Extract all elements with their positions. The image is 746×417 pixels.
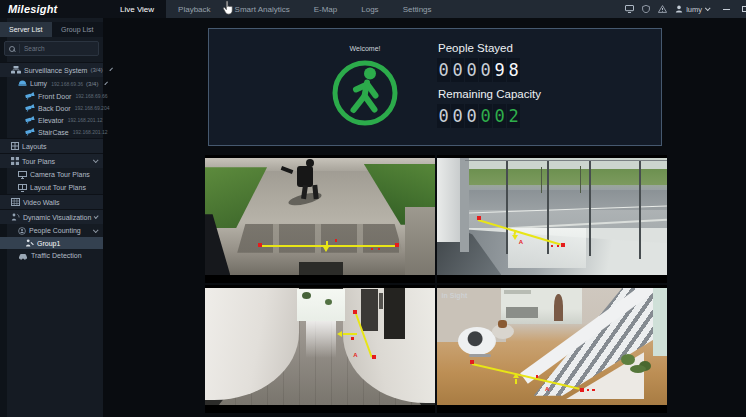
sidebar-tabs: Server List Group List xyxy=(0,22,103,37)
dashboard-icon-column: Welcome! xyxy=(329,45,401,129)
traffic-detection-icon xyxy=(18,252,28,260)
counter-digit: 0 xyxy=(451,104,464,128)
camera-icon xyxy=(25,92,35,100)
tree-trunk xyxy=(580,166,581,193)
glass-mullion xyxy=(639,160,641,258)
server-cluster-icon xyxy=(11,66,21,74)
monitor-icon[interactable] xyxy=(625,5,634,13)
video-tile-front-door[interactable] xyxy=(205,155,435,283)
topbar-right: lumy xyxy=(625,0,744,18)
mouse-cursor xyxy=(222,0,235,19)
pedestrian xyxy=(297,166,313,187)
walking-person-icon xyxy=(329,57,401,129)
tree-item-elevator[interactable]: Elevator 192.168.201.12 xyxy=(0,114,103,126)
lounge-chair xyxy=(458,327,496,355)
video-frame-corridor: A xyxy=(205,288,435,405)
line-marker xyxy=(351,337,354,340)
top-bar: Milesight Live View Playback Smart Analy… xyxy=(0,0,746,18)
direction-arrow-icon xyxy=(513,373,519,378)
door-dark xyxy=(384,288,405,339)
tree-item-layouts[interactable]: Layouts xyxy=(0,138,103,153)
counter-digit: 0 xyxy=(465,104,478,128)
picture-frame xyxy=(379,293,384,309)
tree-item-group1[interactable]: Group1 xyxy=(0,237,103,249)
video-tile-elevator[interactable]: A xyxy=(205,285,435,413)
direction-arrow-icon xyxy=(337,331,342,337)
tree-item-staircase[interactable]: StairCase 192.168.201.12 xyxy=(0,126,103,138)
search-box xyxy=(4,41,99,56)
glass-frame-top xyxy=(465,160,667,161)
counter xyxy=(506,307,538,319)
tree-item-lumy-nvr[interactable]: Lumy 192.168.69.36 (3/4) xyxy=(0,77,103,90)
plant xyxy=(302,292,311,299)
line-endpoint xyxy=(395,243,399,247)
counter-digit: 0 xyxy=(437,58,450,82)
user-menu[interactable]: lumy xyxy=(675,5,709,14)
ramp-right xyxy=(405,207,435,275)
floor-reflection xyxy=(306,321,336,358)
line-marker xyxy=(335,239,338,242)
plant xyxy=(325,299,332,305)
line-endpoint xyxy=(258,243,262,247)
search-input[interactable] xyxy=(19,44,94,53)
tree-item-front-door[interactable]: Front Door 192.168.69.66 xyxy=(0,90,103,102)
glass-mullion xyxy=(589,160,591,256)
direction-stem xyxy=(515,379,517,384)
remaining-capacity-counter: 0 0 0 0 0 2 xyxy=(437,104,541,128)
chevron-down-icon xyxy=(105,81,109,85)
tree-item-dynamic-visualization[interactable]: Dynamic Visualization xyxy=(0,209,103,224)
tree-item-people-counting[interactable]: People Counting xyxy=(0,224,103,237)
video-tile-back-door[interactable]: A xyxy=(437,155,667,283)
layouts-icon xyxy=(11,142,19,150)
video-frame-staircase: in Sight A xyxy=(437,288,667,405)
tree-item-back-door[interactable]: Back Door 192.168.69.204 xyxy=(0,102,103,114)
line-endpoint xyxy=(477,216,481,220)
counters: People Stayed 0 0 0 0 9 8 Remaining Capa… xyxy=(437,41,541,133)
main-nav: Live View Playback Smart Analytics E-Map… xyxy=(108,0,444,18)
minimize-button[interactable] xyxy=(723,9,730,10)
tab-settings[interactable]: Settings xyxy=(391,0,444,18)
video-tile-staircase[interactable]: in Sight A xyxy=(437,285,667,413)
tree-item-video-walls[interactable]: Video Walls xyxy=(0,194,103,209)
people-stayed-counter: 0 0 0 0 9 8 xyxy=(437,58,541,82)
chevron-down-icon xyxy=(705,5,711,11)
camera-watermark: in Sight xyxy=(442,292,468,299)
tree-item-traffic-detection[interactable]: Traffic Detection xyxy=(0,249,103,262)
group-icon xyxy=(25,239,34,247)
tab-playback[interactable]: Playback xyxy=(166,0,222,18)
door-mat xyxy=(299,262,343,275)
tab-live-view[interactable]: Live View xyxy=(108,0,166,18)
chevron-down-icon xyxy=(93,227,99,233)
glass-right xyxy=(653,288,667,356)
tab-group-list[interactable]: Group List xyxy=(52,22,104,37)
direction-arrow-icon xyxy=(323,247,329,252)
people-counting-icon xyxy=(18,227,26,235)
shelf xyxy=(504,290,532,294)
plant xyxy=(621,354,635,365)
tab-e-map[interactable]: E-Map xyxy=(302,0,350,18)
line-marker xyxy=(378,248,381,251)
direction-stem xyxy=(326,241,328,246)
tab-logs[interactable]: Logs xyxy=(349,0,390,18)
line-label: A xyxy=(519,239,523,245)
counter-digit: 0 xyxy=(465,58,478,82)
shield-icon[interactable] xyxy=(642,5,650,13)
tree-item-tour-plans[interactable]: Tour Plans xyxy=(0,153,103,168)
tree-item-layout-tour-plans[interactable]: Layout Tour Plans xyxy=(0,181,103,194)
tree-item-surveillance-system[interactable]: Surveillance System (3/4) xyxy=(0,62,103,77)
tree-item-camera-tour-plans[interactable]: Camera Tour Plans xyxy=(0,168,103,181)
maximize-button[interactable] xyxy=(742,6,746,12)
logo-area: Milesight xyxy=(0,0,108,18)
background-person xyxy=(554,294,563,321)
welcome-text: Welcome! xyxy=(350,45,381,52)
device-tree: Surveillance System (3/4) Lumy 192.168.6… xyxy=(0,62,103,262)
door-dark xyxy=(361,289,377,331)
tab-server-list[interactable]: Server List xyxy=(0,22,52,37)
search-icon xyxy=(9,46,15,52)
line-marker xyxy=(557,245,560,248)
camera-icon xyxy=(25,128,35,136)
avatar xyxy=(675,5,683,13)
cms-window: Milesight Live View Playback Smart Analy… xyxy=(0,0,746,417)
camera-icon xyxy=(25,104,35,112)
alarm-icon[interactable] xyxy=(658,5,667,13)
